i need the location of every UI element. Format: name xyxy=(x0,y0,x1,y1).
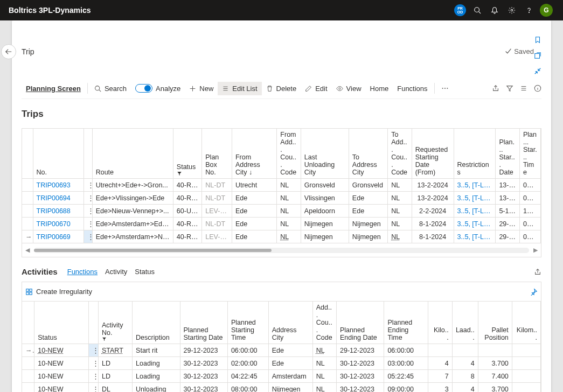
col-restrictions[interactable]: Restrictions xyxy=(454,129,496,179)
row-selector[interactable] xyxy=(22,370,34,383)
col-from-code[interactable]: From Add... Cou... Code xyxy=(277,129,301,179)
table-row[interactable]: 10-NEW⋮LDLoading30-12-202304:22:45Amster… xyxy=(22,370,541,383)
row-menu[interactable]: ⋮ xyxy=(84,192,93,205)
col-kilo[interactable]: Kilo... xyxy=(428,302,452,344)
svg-rect-13 xyxy=(30,289,32,291)
svg-point-5 xyxy=(95,86,100,90)
svg-point-8 xyxy=(442,88,443,89)
eye-icon xyxy=(336,85,343,92)
col-to-city[interactable]: To Address City xyxy=(349,129,387,179)
col-req-date[interactable]: Requested Starting Date (From) xyxy=(412,129,454,179)
planning-screen-button[interactable]: Planning Screen xyxy=(22,82,85,95)
col-pallet[interactable]: Pallet Position xyxy=(478,302,512,344)
row-selector[interactable] xyxy=(22,179,33,192)
row-selector[interactable]: → xyxy=(22,344,34,357)
row-menu[interactable]: ⋮ xyxy=(89,357,99,370)
trip-no-link[interactable]: TRIP00694 xyxy=(33,192,84,205)
trip-no-link[interactable]: TRIP00670 xyxy=(33,218,84,230)
col-ped[interactable]: Planned Ending Date xyxy=(336,302,384,344)
row-menu[interactable]: ⋮ xyxy=(84,179,93,192)
col-last-city[interactable]: Last Unloading City xyxy=(301,129,349,179)
col-to-code[interactable]: To Add... Cou... Code xyxy=(388,129,412,179)
edit-button[interactable]: Edit xyxy=(301,82,331,95)
row-selector[interactable]: → xyxy=(22,230,33,243)
bookmark-icon[interactable] xyxy=(534,36,541,44)
filter-icon[interactable] xyxy=(506,85,513,92)
col-laad[interactable]: Laad... xyxy=(452,302,478,344)
svg-line-6 xyxy=(99,89,101,91)
col-act-code[interactable]: Add... Cou... Code xyxy=(312,302,336,344)
col-act-desc[interactable]: Description xyxy=(133,302,180,344)
share-icon[interactable] xyxy=(492,85,499,92)
activities-header-row: Status Activity No. Description Planned … xyxy=(22,302,541,344)
col-act-status[interactable]: Status xyxy=(34,302,89,344)
col-pst[interactable]: Planned Starting Time xyxy=(227,302,268,344)
edit-list-button[interactable]: Edit List xyxy=(218,82,261,95)
row-menu[interactable]: ⋮ xyxy=(89,383,99,393)
table-row[interactable]: TRIP00693⋮Utrecht+>Ede+->Gron...40-REL..… xyxy=(22,179,541,192)
saved-indicator: Saved xyxy=(505,47,534,55)
notifications-icon[interactable] xyxy=(486,2,503,18)
row-menu[interactable]: ⋮ xyxy=(84,205,93,218)
create-irregularity-button[interactable]: Create Irregularity xyxy=(25,288,92,296)
popout-icon[interactable] xyxy=(534,52,541,59)
more-actions-button[interactable] xyxy=(437,82,453,95)
row-selector[interactable] xyxy=(22,192,33,205)
delete-button[interactable]: Delete xyxy=(262,82,301,95)
col-plan-date[interactable]: Plan... Star... Date xyxy=(496,129,520,179)
row-selector[interactable] xyxy=(22,357,34,370)
row-selector[interactable] xyxy=(22,205,33,218)
settings-icon[interactable] xyxy=(504,2,520,18)
table-row[interactable]: 10-NEW⋮DLUnloading30-12-202308:00:00Nijm… xyxy=(22,383,541,393)
col-act-city[interactable]: Address City xyxy=(268,302,312,344)
environment-badge[interactable]: PROD xyxy=(452,2,468,18)
search-button[interactable]: Search xyxy=(90,82,131,95)
table-row[interactable]: →10-NEW⋮STARTStart rit29-12-202306:00:00… xyxy=(22,344,541,357)
col-plan-time[interactable]: Plan... Star... Time xyxy=(519,129,540,179)
search-icon[interactable] xyxy=(469,2,485,18)
row-selector[interactable] xyxy=(22,383,34,393)
collapse-icon[interactable] xyxy=(534,67,541,75)
col-kilom[interactable]: Kilom... xyxy=(512,302,540,344)
col-no[interactable]: No. xyxy=(33,129,84,179)
table-row[interactable]: →TRIP00669⋮Ede+>Amsterdam+>Ni...40-REL..… xyxy=(22,230,541,243)
row-menu[interactable]: ⋮ xyxy=(89,370,99,383)
tab-status[interactable]: Status xyxy=(135,268,155,276)
share-icon[interactable] xyxy=(534,268,541,276)
analyze-toggle[interactable] xyxy=(135,84,152,93)
trip-no-link[interactable]: TRIP00688 xyxy=(33,205,84,218)
functions-button[interactable]: Functions xyxy=(393,82,432,95)
tab-functions[interactable]: Functions xyxy=(67,268,98,276)
row-menu[interactable]: ⋮ xyxy=(89,344,99,357)
tab-activity[interactable]: Activity xyxy=(105,268,127,276)
avatar[interactable]: G xyxy=(538,2,554,18)
action-toolbar: Planning Screen Search Analyze New xyxy=(22,80,541,99)
trip-no-link[interactable]: TRIP00669 xyxy=(33,230,84,243)
col-from-city[interactable]: From Address City ↓ xyxy=(232,129,276,179)
trips-scrollbar[interactable]: ◀ ▶ xyxy=(22,243,541,257)
col-route[interactable]: Route xyxy=(92,129,173,179)
list-view-icon[interactable] xyxy=(520,85,527,92)
table-row[interactable]: TRIP00688⋮Ede>Nieuw-Vennep+>...60-UN...L… xyxy=(22,205,541,218)
row-menu[interactable]: ⋮ xyxy=(84,230,93,243)
new-button[interactable]: New xyxy=(185,82,218,95)
info-icon[interactable] xyxy=(534,85,541,92)
back-button[interactable] xyxy=(1,44,16,59)
help-icon[interactable] xyxy=(521,2,537,18)
col-status[interactable]: Status xyxy=(173,129,201,179)
col-act-no[interactable]: Activity No. xyxy=(98,302,132,344)
svg-point-3 xyxy=(529,12,529,12)
analyze-button[interactable]: Analyze xyxy=(131,81,185,95)
table-row[interactable]: TRIP00670⋮Ede>Amsterdam+>Ede...40-REL...… xyxy=(22,218,541,230)
view-button[interactable]: View xyxy=(332,82,366,95)
pin-icon[interactable] xyxy=(530,288,538,296)
row-menu[interactable]: ⋮ xyxy=(84,218,93,230)
col-planbox[interactable]: Plan Box No. xyxy=(202,129,232,179)
row-selector[interactable] xyxy=(22,218,33,230)
table-row[interactable]: TRIP00694⋮Ede+>Vlissingen->Ede40-REL...N… xyxy=(22,192,541,205)
trip-no-link[interactable]: TRIP00693 xyxy=(33,179,84,192)
col-pet[interactable]: Planned Ending Time xyxy=(384,302,428,344)
table-row[interactable]: 10-NEW⋮LDLoading30-12-202302:00:00EdeNL3… xyxy=(22,357,541,370)
col-psd[interactable]: Planned Starting Date xyxy=(180,302,227,344)
home-button[interactable]: Home xyxy=(366,82,393,95)
